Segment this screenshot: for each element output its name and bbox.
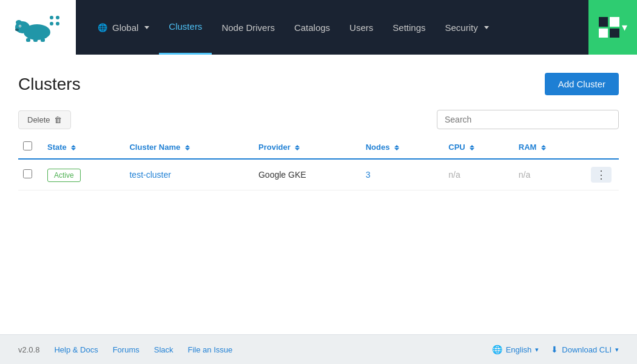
svg-point-4 [19,25,21,27]
svg-point-5 [15,29,19,31]
download-cli-button[interactable]: ⬇ Download CLI ▾ [551,345,619,354]
help-docs-link[interactable]: Help & Docs [54,345,98,354]
global-dropdown-arrow [144,26,149,29]
clusters-table: State Cluster Name Provider [18,135,619,190]
col-state[interactable]: State [40,135,122,159]
nav-items: 🌐 Global Clusters Node Drivers Catalogs … [76,0,588,55]
forums-link[interactable]: Forums [113,345,140,354]
footer: v2.0.8 Help & Docs Forums Slack File an … [0,334,637,364]
col-nodes[interactable]: Nodes [359,135,442,159]
row-provider-cell: Google GKE [251,159,359,190]
cli-dropdown-arrow: ▾ [615,346,619,354]
cpu-sort-icon [470,145,474,150]
row-checkbox-cell[interactable] [18,159,40,190]
row-ram-cell: n/a [511,159,584,190]
navbar-right: ▾ [588,0,637,55]
col-provider[interactable]: Provider [251,135,359,159]
svg-rect-6 [26,38,30,42]
file-issue-link[interactable]: File an Issue [188,345,233,354]
language-selector[interactable]: 🌐 English ▾ [492,345,539,354]
row-actions-cell[interactable]: ⋮ [584,159,619,190]
row-nodes-cell: 3 [359,159,442,190]
page-title: Clusters [18,75,81,94]
svg-rect-8 [41,38,45,42]
svg-rect-7 [33,38,38,42]
security-dropdown-arrow [484,26,489,29]
row-action-button[interactable]: ⋮ [591,167,612,183]
search-input[interactable] [437,110,619,129]
status-badge: Active [47,169,81,182]
provider-sort-icon [295,145,300,150]
table-body: Active test-cluster Google GKE 3 n/a n/a… [18,159,619,190]
table-header-row: State Cluster Name Provider [18,135,619,159]
delete-button[interactable]: Delete 🗑 [18,110,71,129]
ram-sort-icon [541,145,546,150]
trash-icon: 🗑 [54,115,62,124]
download-icon: ⬇ [551,345,558,354]
row-cluster-name-cell: test-cluster [122,159,251,190]
svg-point-10 [56,16,59,19]
col-actions [584,135,619,159]
svg-point-2 [16,20,22,25]
table-toolbar: Delete 🗑 [18,110,619,129]
nodes-sort-icon [394,145,399,150]
page-header: Clusters Add Cluster [18,73,619,95]
cluster-name-sort-icon [185,145,190,150]
row-state-cell: Active [40,159,122,190]
nav-settings[interactable]: Settings [383,0,435,55]
col-cluster-name[interactable]: Cluster Name [122,135,251,159]
navbar: 🌐 Global Clusters Node Drivers Catalogs … [0,0,637,55]
svg-point-9 [50,16,53,19]
select-all-checkbox-header[interactable] [18,135,40,159]
user-menu-button[interactable]: ▾ [588,0,637,55]
nav-users[interactable]: Users [340,0,383,55]
nav-catalogs[interactable]: Catalogs [285,0,340,55]
svg-point-11 [50,22,53,25]
grid-icon [599,17,619,38]
state-sort-icon [71,145,76,150]
nav-clusters[interactable]: Clusters [159,0,212,55]
slack-link[interactable]: Slack [154,345,174,354]
main-content: Clusters Add Cluster Delete 🗑 State [0,55,637,334]
footer-left: v2.0.8 Help & Docs Forums Slack File an … [18,345,232,354]
cluster-name-link[interactable]: test-cluster [129,170,170,180]
logo-container [0,0,76,55]
version-label: v2.0.8 [18,345,39,354]
select-all-checkbox[interactable] [23,141,32,150]
nav-security[interactable]: Security [435,0,498,55]
row-cpu-cell: n/a [441,159,511,190]
table-row: Active test-cluster Google GKE 3 n/a n/a… [18,159,619,190]
svg-point-12 [56,22,59,25]
lang-dropdown-arrow: ▾ [535,346,539,354]
nav-global[interactable]: 🌐 Global [88,0,159,55]
rancher-logo [14,13,62,42]
globe-icon: 🌐 [492,345,502,354]
nav-node-drivers[interactable]: Node Drivers [212,0,285,55]
col-ram[interactable]: RAM [511,135,584,159]
footer-right: 🌐 English ▾ ⬇ Download CLI ▾ [492,345,619,354]
col-cpu[interactable]: CPU [441,135,511,159]
row-checkbox[interactable] [23,169,32,178]
add-cluster-button[interactable]: Add Cluster [545,73,619,95]
